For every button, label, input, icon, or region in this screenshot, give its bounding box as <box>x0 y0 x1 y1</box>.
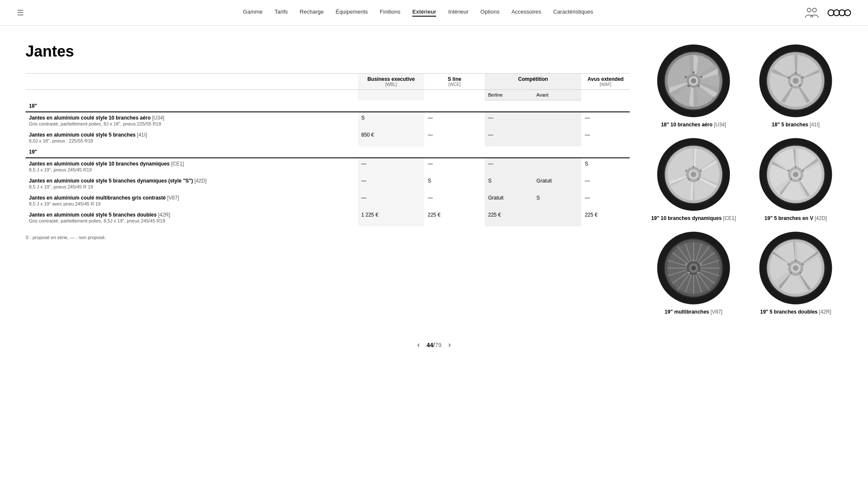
wheel-label-41i: 18" 5 branches [41I] <box>772 122 819 128</box>
col-subheader-wbl-empty <box>358 90 424 100</box>
section-18: 18" <box>26 100 630 112</box>
table-row: Jantes en aluminium coulé multibranches … <box>26 192 630 209</box>
left-panel: Jantes Business executive [WBL] <box>26 43 630 315</box>
nav-finitions[interactable]: Finitions <box>380 9 400 17</box>
svg-point-24 <box>790 84 792 86</box>
svg-point-88 <box>793 265 799 271</box>
svg-point-0 <box>807 8 811 12</box>
item-name-ce1: Jantes en aluminium coulé style 10 branc… <box>26 158 358 175</box>
wheel-item-42r: 19" 5 branches doubles [42R] <box>749 230 842 315</box>
nav-right <box>804 5 851 20</box>
svg-point-35 <box>697 178 700 180</box>
wheel-image-41i <box>757 43 834 119</box>
svg-point-37 <box>685 170 688 172</box>
item-name-42d: Jantes en aluminium coulé style 5 branch… <box>26 175 358 192</box>
svg-point-20 <box>793 78 799 84</box>
cell-u34-avant <box>533 112 582 129</box>
svg-point-10 <box>700 76 702 78</box>
item-name-41i: Jantes en aluminium coulé style 5 branch… <box>26 129 358 146</box>
svg-point-33 <box>693 166 695 168</box>
cell-42d-wce: S <box>424 175 485 192</box>
navigation: ☰ Gamme Tarifs Recharge Équipements Fini… <box>0 0 868 26</box>
wheels-grid: 18" 10 branches aéro [U34] <box>647 43 842 315</box>
col-header-waf: Avus extended [WAF] <box>581 74 630 90</box>
wheel-label-v87: 19" multibranches [V87] <box>665 309 722 315</box>
wheel-item-u34: 18" 10 branches aéro [U34] <box>647 43 740 128</box>
col-subheader-wce-empty <box>424 90 485 100</box>
current-page: 44/79 <box>426 342 441 348</box>
wheel-item-42d: 19" 5 branches en V [42D] <box>749 136 842 221</box>
nav-tarifs[interactable]: Tarifs <box>274 9 288 17</box>
cell-41i-berline: — <box>485 129 533 146</box>
svg-point-90 <box>802 263 804 265</box>
svg-point-76 <box>691 266 696 271</box>
col-header-wce: S line [WCE] <box>424 74 485 90</box>
cell-v87-wbl: — <box>358 192 424 209</box>
wheel-item-v87: 19" multibranches [V87] <box>647 230 740 315</box>
cell-42r-waf: 225 € <box>581 209 630 226</box>
cell-v87-berline: Gratuit <box>485 192 533 209</box>
cell-41i-wbl: 850 € <box>358 129 424 146</box>
wheel-image-42r <box>757 230 834 306</box>
cell-ce1-waf: S <box>581 158 630 175</box>
cell-42r-berline: 225 € <box>485 209 533 226</box>
svg-point-46 <box>802 170 804 172</box>
svg-point-78 <box>700 263 702 265</box>
col-subheader-waf-empty <box>581 90 630 100</box>
nav-recharge[interactable]: Recharge <box>300 9 323 17</box>
svg-point-36 <box>688 178 690 180</box>
wheel-item-41i: 18" 5 branches [41I] <box>749 43 842 128</box>
wheel-image-v87 <box>655 230 732 306</box>
nav-caracteristiques[interactable]: Caractéristiques <box>553 9 593 17</box>
svg-point-47 <box>799 178 802 180</box>
nav-accessoires[interactable]: Accessoires <box>511 9 541 17</box>
svg-point-81 <box>685 263 688 265</box>
svg-point-11 <box>697 85 700 87</box>
section-19: 19" <box>26 146 630 158</box>
cell-v87-waf: — <box>581 192 630 209</box>
prev-page-button[interactable]: ‹ <box>417 340 420 349</box>
col-header-competition: Compétition <box>485 74 581 90</box>
item-name-42r: Jantes en aluminium coulé style 5 branch… <box>26 209 358 226</box>
nav-interieur[interactable]: Intérieur <box>448 9 468 17</box>
cell-41i-waf: — <box>581 129 630 146</box>
svg-point-22 <box>802 76 804 78</box>
footnote: S : proposé en série, — : non proposé. <box>26 235 630 240</box>
nav-equipements[interactable]: Équipements <box>336 9 368 17</box>
nav-options[interactable]: Options <box>480 9 500 17</box>
svg-point-92 <box>790 272 792 274</box>
cell-u34-waf: — <box>581 112 630 129</box>
cell-u34-wbl: S <box>358 112 424 129</box>
svg-point-48 <box>790 178 792 180</box>
main-container: Jantes Business executive [WBL] <box>0 26 868 332</box>
next-page-button[interactable]: › <box>448 340 451 349</box>
svg-point-1 <box>813 8 817 12</box>
person-icon[interactable] <box>804 5 819 20</box>
cell-42d-avant: Gratuit <box>533 175 582 192</box>
col-subheader-empty <box>26 90 358 100</box>
table-row: Jantes en aluminium coulé style 5 branch… <box>26 175 630 192</box>
jantes-table: Business executive [WBL] S line [WCE] Co… <box>26 73 630 226</box>
nav-exterieur[interactable]: Extérieur <box>412 9 436 17</box>
svg-point-77 <box>693 260 695 262</box>
wheel-item-ce1: 19" 10 branches dynamiques [CE1] <box>647 136 740 221</box>
svg-point-23 <box>799 84 801 86</box>
col-header-wbl: Business executive [WBL] <box>358 74 424 90</box>
wheel-image-ce1 <box>655 136 732 213</box>
svg-point-8 <box>691 78 697 84</box>
svg-point-91 <box>799 272 802 274</box>
svg-point-80 <box>688 272 690 274</box>
cell-u34-berline: — <box>485 112 533 129</box>
svg-point-32 <box>691 172 697 177</box>
wheel-label-42d: 19" 5 branches en V [42D] <box>765 215 827 221</box>
table-row: Jantes en aluminium coulé style 10 branc… <box>26 112 630 129</box>
wheel-image-42d <box>757 136 834 213</box>
wheel-image-u34 <box>655 43 732 119</box>
menu-icon[interactable]: ☰ <box>17 8 24 17</box>
col-header-name <box>26 74 358 90</box>
svg-point-49 <box>788 170 790 172</box>
table-row: Jantes en aluminium coulé style 10 branc… <box>26 158 630 175</box>
nav-gamme[interactable]: Gamme <box>243 9 263 17</box>
cell-42d-berline: S <box>485 175 533 192</box>
page-title: Jantes <box>26 43 630 60</box>
